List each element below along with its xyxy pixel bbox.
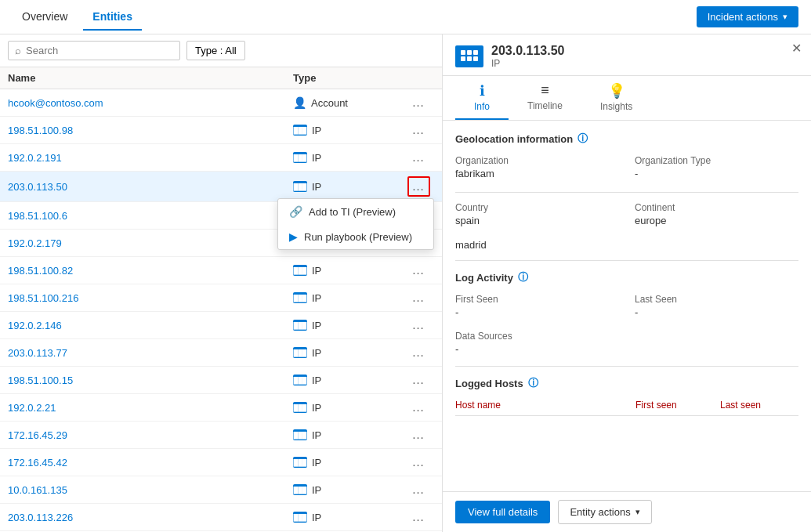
table-row[interactable]: 198.51.100.15 ███ IP …: [0, 367, 442, 394]
divider: [455, 260, 798, 261]
svg-rect-0: [461, 50, 465, 55]
more-button[interactable]: …: [409, 371, 429, 389]
country-label: Country: [455, 202, 619, 213]
entity-name[interactable]: 203.0.113.77: [8, 347, 293, 359]
more-button[interactable]: …: [409, 426, 429, 443]
table-header: Name Type: [0, 67, 442, 89]
row-more-actions[interactable]: … 🔗 Add to TI (Preview) ▶ Run playbook (…: [403, 176, 434, 197]
divider: [455, 366, 798, 367]
tab-entities[interactable]: Entities: [83, 4, 142, 31]
entity-name[interactable]: 198.51.100.6: [8, 210, 293, 222]
more-button[interactable]: …: [409, 454, 429, 471]
entity-type: ███ IP: [293, 375, 403, 386]
entity-ip-title: 203.0.113.50: [491, 44, 564, 58]
entity-name[interactable]: 198.51.100.98: [8, 125, 293, 136]
table-row[interactable]: 198.51.100.216 ███ IP …: [0, 284, 442, 312]
more-button[interactable]: …: [409, 262, 429, 279]
row-more-actions[interactable]: …: [403, 149, 434, 166]
more-button[interactable]: …: [409, 399, 429, 416]
entity-name[interactable]: 198.51.100.216: [8, 292, 293, 304]
row-more-actions[interactable]: …: [403, 371, 434, 389]
entity-name[interactable]: 192.0.2.179: [8, 237, 293, 249]
add-to-ti-menu-item[interactable]: 🔗 Add to TI (Preview): [278, 199, 433, 224]
entity-table: Name Type hcook@contoso.com 👤 Account … …: [0, 67, 442, 532]
type-filter-button[interactable]: Type : All: [186, 41, 245, 60]
data-sources-label: Data Sources: [455, 331, 798, 342]
entity-type: ███ IP: [293, 265, 403, 277]
row-more-actions[interactable]: …: [403, 399, 434, 416]
more-button[interactable]: …: [409, 289, 429, 306]
table-row[interactable]: 192.0.2.146 ███ IP …: [0, 312, 442, 339]
table-row[interactable]: 198.51.100.98 ███ IP …: [0, 117, 442, 144]
entity-type: ███ IP: [293, 347, 403, 359]
entity-name[interactable]: 203.0.113.226: [8, 512, 293, 523]
incident-actions-button[interactable]: Incident actions ▾: [697, 6, 798, 27]
row-more-actions[interactable]: …: [403, 426, 434, 443]
entity-icon: [455, 45, 483, 67]
table-row[interactable]: 198.51.100.82 ███ IP …: [0, 257, 442, 284]
first-seen-col: First seen: [635, 400, 714, 411]
row-more-actions[interactable]: …: [403, 454, 434, 471]
table-row[interactable]: 172.16.45.29 ███ IP …: [0, 422, 442, 449]
row-more-actions[interactable]: …: [403, 289, 434, 306]
more-button-active[interactable]: …: [407, 176, 430, 197]
table-row[interactable]: 192.0.2.191 ███ IP …: [0, 144, 442, 172]
entity-name[interactable]: hcook@contoso.com: [8, 97, 293, 109]
insights-icon: 💡: [608, 82, 625, 100]
entity-detail-panel: ✕ 203.0.113.50 IP ℹ In: [443, 34, 811, 532]
entity-name[interactable]: 192.0.2.21: [8, 402, 293, 414]
entity-name[interactable]: 203.0.113.50: [8, 181, 293, 193]
log-activity-grid: First Seen - Last Seen -: [455, 294, 798, 318]
city-value: madrid: [455, 239, 798, 251]
tab-timeline[interactable]: ≡ Timeline: [509, 76, 581, 120]
more-button[interactable]: …: [409, 481, 429, 498]
entity-type: ███ IP: [293, 484, 403, 496]
entity-name[interactable]: 192.0.2.146: [8, 320, 293, 331]
row-more-actions[interactable]: …: [403, 508, 434, 526]
table-row[interactable]: 10.0.161.135 ███ IP …: [0, 476, 442, 504]
ip-icon: ███: [293, 152, 307, 163]
more-button[interactable]: …: [409, 121, 429, 139]
entity-name[interactable]: 192.0.2.191: [8, 152, 293, 164]
run-playbook-menu-item[interactable]: ▶ Run playbook (Preview): [278, 224, 433, 249]
row-more-actions[interactable]: …: [403, 121, 434, 139]
view-full-details-button[interactable]: View full details: [455, 501, 550, 523]
search-input-wrap[interactable]: ⌕: [8, 41, 180, 60]
tab-overview[interactable]: Overview: [13, 4, 77, 31]
entity-name[interactable]: 172.16.45.42: [8, 457, 293, 469]
close-panel-button[interactable]: ✕: [791, 41, 802, 56]
ip-icon: ███: [293, 320, 307, 331]
tab-insights-label: Insights: [600, 101, 632, 112]
row-more-actions[interactable]: …: [403, 262, 434, 279]
entity-type: ███ IP: [293, 402, 403, 414]
entity-actions-button[interactable]: Entity actions ▾: [558, 500, 651, 524]
entity-name[interactable]: 10.0.161.135: [8, 484, 293, 496]
row-more-actions[interactable]: …: [403, 317, 434, 334]
ip-icon: ███: [293, 457, 307, 468]
more-button[interactable]: …: [409, 508, 429, 526]
row-more-actions[interactable]: …: [403, 481, 434, 498]
table-row[interactable]: 203.0.113.77 ███ IP …: [0, 339, 442, 367]
table-row[interactable]: 203.0.113.226 ███ IP …: [0, 504, 442, 531]
table-row-selected[interactable]: 203.0.113.50 ███ IP … 🔗 Add to TI (Previ…: [0, 172, 442, 202]
entity-name[interactable]: 198.51.100.15: [8, 375, 293, 386]
table-row[interactable]: 172.16.45.42 ███ IP …: [0, 449, 442, 476]
table-row[interactable]: 192.0.2.21 ███ IP …: [0, 394, 442, 422]
table-row[interactable]: hcook@contoso.com 👤 Account …: [0, 89, 442, 117]
chevron-down-icon: ▾: [635, 507, 640, 517]
tab-info[interactable]: ℹ Info: [455, 76, 509, 120]
row-more-actions[interactable]: …: [403, 344, 434, 361]
add-ti-icon: 🔗: [289, 205, 302, 218]
more-button[interactable]: …: [409, 317, 429, 334]
organization-value: fabrikam: [455, 168, 619, 179]
entity-name[interactable]: 198.51.100.82: [8, 265, 293, 277]
row-more-actions[interactable]: …: [403, 94, 434, 111]
tab-insights[interactable]: 💡 Insights: [581, 76, 651, 120]
search-input[interactable]: [26, 45, 173, 56]
more-button[interactable]: …: [409, 344, 429, 361]
org-type-value: -: [635, 168, 798, 179]
more-button[interactable]: …: [409, 149, 429, 166]
entity-type: ███ IP: [293, 125, 403, 136]
entity-name[interactable]: 172.16.45.29: [8, 429, 293, 441]
more-button[interactable]: …: [409, 94, 429, 111]
